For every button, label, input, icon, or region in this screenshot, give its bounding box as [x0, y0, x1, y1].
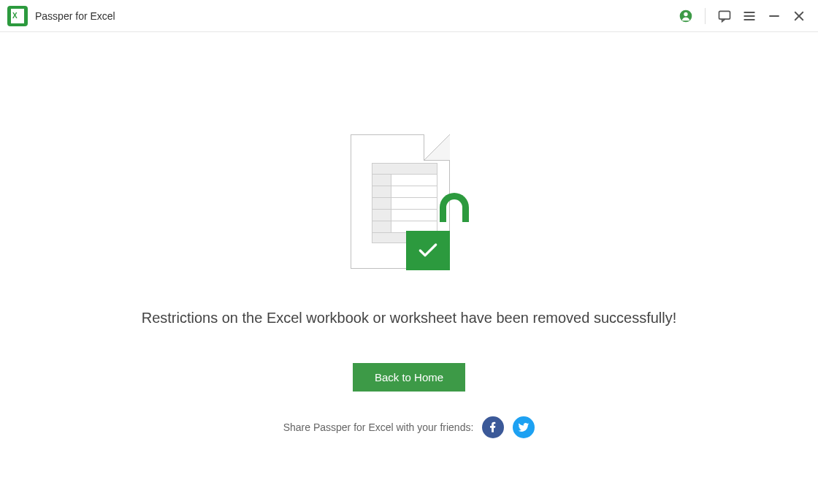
titlebar: X Passper for Excel — [0, 0, 818, 32]
app-logo-icon: X — [7, 6, 28, 26]
minimize-icon[interactable] — [767, 9, 781, 23]
titlebar-divider — [705, 8, 706, 24]
close-icon[interactable] — [792, 9, 806, 23]
app-title: Passper for Excel — [35, 10, 115, 22]
share-text: Share Passper for Excel with your friend… — [283, 421, 474, 433]
success-message: Restrictions on the Excel workbook or wo… — [142, 310, 677, 327]
account-icon[interactable] — [679, 9, 693, 23]
main-content: Restrictions on the Excel workbook or wo… — [0, 32, 818, 438]
unlock-shackle-icon — [440, 193, 469, 222]
titlebar-right — [679, 8, 806, 24]
share-row: Share Passper for Excel with your friend… — [283, 416, 535, 438]
svg-point-1 — [684, 12, 687, 15]
svg-rect-2 — [719, 11, 730, 19]
back-to-home-button[interactable]: Back to Home — [353, 363, 465, 392]
unlock-body-icon — [406, 231, 450, 270]
titlebar-left: X Passper for Excel — [7, 6, 115, 26]
unlocked-document-illustration — [343, 134, 475, 273]
menu-icon[interactable] — [742, 9, 757, 23]
twitter-share-button[interactable] — [513, 416, 535, 438]
facebook-share-button[interactable] — [482, 416, 504, 438]
feedback-icon[interactable] — [717, 9, 732, 23]
